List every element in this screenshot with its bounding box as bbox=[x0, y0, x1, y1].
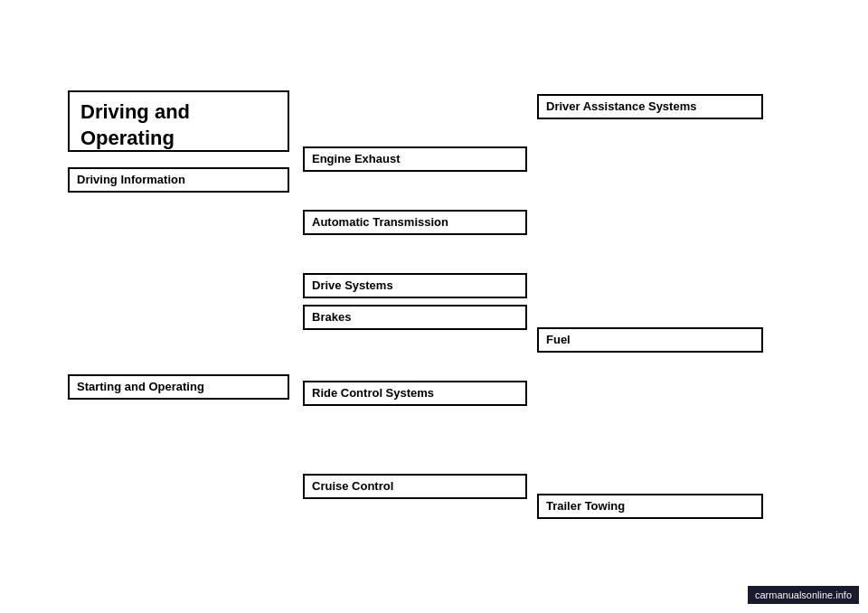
drive-systems-label: Drive Systems bbox=[312, 278, 393, 292]
automatic-transmission-label: Automatic Transmission bbox=[312, 215, 448, 229]
engine-exhaust-box[interactable]: Engine Exhaust bbox=[303, 146, 527, 172]
automatic-transmission-box[interactable]: Automatic Transmission bbox=[303, 210, 527, 235]
cruise-control-label: Cruise Control bbox=[312, 479, 393, 493]
driving-operating-title: Driving and Operating bbox=[80, 99, 277, 151]
cruise-control-box[interactable]: Cruise Control bbox=[303, 474, 527, 499]
starting-and-operating-label: Starting and Operating bbox=[77, 380, 204, 393]
fuel-label: Fuel bbox=[546, 333, 571, 346]
driving-information-box[interactable]: Driving Information bbox=[68, 167, 289, 193]
brakes-label: Brakes bbox=[312, 310, 351, 324]
drive-systems-box[interactable]: Drive Systems bbox=[303, 273, 527, 298]
driving-information-label: Driving Information bbox=[77, 173, 185, 186]
engine-exhaust-label: Engine Exhaust bbox=[312, 152, 401, 165]
watermark: carmanualsonline.info bbox=[748, 586, 859, 604]
ride-control-systems-box[interactable]: Ride Control Systems bbox=[303, 381, 527, 406]
page-container: Driving and Operating Driving Informatio… bbox=[0, 0, 868, 613]
fuel-box[interactable]: Fuel bbox=[537, 327, 763, 353]
brakes-box[interactable]: Brakes bbox=[303, 305, 527, 330]
starting-and-operating-box[interactable]: Starting and Operating bbox=[68, 374, 289, 400]
driver-assistance-systems-label: Driver Assistance Systems bbox=[546, 99, 696, 113]
driving-operating-title-box[interactable]: Driving and Operating bbox=[68, 90, 289, 152]
driver-assistance-systems-box[interactable]: Driver Assistance Systems bbox=[537, 94, 763, 119]
ride-control-systems-label: Ride Control Systems bbox=[312, 386, 434, 400]
trailer-towing-label: Trailer Towing bbox=[546, 499, 625, 513]
trailer-towing-box[interactable]: Trailer Towing bbox=[537, 494, 763, 519]
